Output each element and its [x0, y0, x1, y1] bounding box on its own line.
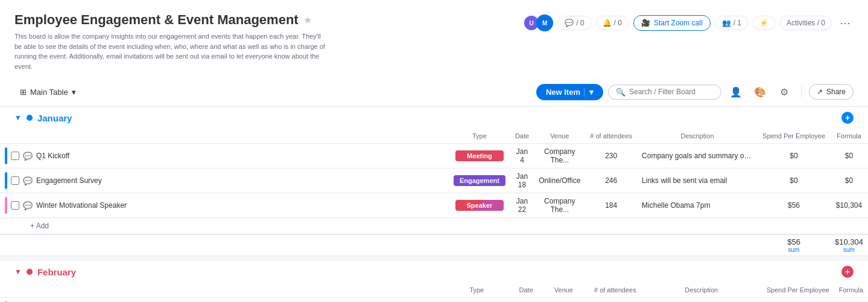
attendees-cell[interactable]: 250 — [589, 298, 641, 303]
avatar-user2[interactable]: M — [536, 14, 553, 31]
formula-cell[interactable]: $0 — [830, 169, 868, 193]
header-actions: U M 💬 / 0 🔔 / 0 🎥 Start Zoom call 👥 / 1 … — [523, 14, 854, 31]
formula-cell[interactable]: $0 — [834, 298, 868, 303]
comment-icon: 💬 — [565, 19, 574, 27]
app-container: Employee Engagement & Event Management ★… — [0, 0, 868, 302]
spend-cell[interactable]: $0 — [762, 298, 834, 303]
new-item-button[interactable]: New Item ▾ — [536, 84, 603, 100]
row-bar — [5, 197, 7, 214]
venue-cell[interactable]: Company The... — [534, 193, 585, 218]
group-add-february[interactable]: + — [841, 266, 854, 278]
people-count: / 1 — [733, 19, 741, 27]
comment-icon[interactable]: 💬 — [23, 176, 33, 185]
zoom-label: Start Zoom call — [654, 19, 703, 27]
people-counter[interactable]: 👥 / 1 — [715, 16, 748, 30]
add-row-january[interactable]: + Add — [0, 218, 868, 235]
row-checkbox[interactable] — [11, 201, 19, 210]
zoom-icon: 🎥 — [641, 19, 650, 27]
automations-icon: ⚡ — [759, 19, 768, 27]
venue-cell[interactable]: Online/Office — [534, 169, 585, 193]
row-name-cell: 💬 Engagement Survey — [0, 169, 449, 193]
automations-counter[interactable]: ⚡ — [753, 16, 775, 30]
type-cell: Engagement — [449, 169, 510, 193]
type-tag[interactable]: Speaker — [455, 200, 504, 211]
add-item-cell[interactable]: + Add — [0, 218, 868, 235]
chevron-down-icon: ▾ — [72, 88, 76, 97]
name-cell-wrapper: 💬 Q1 Kickoff — [5, 147, 444, 164]
name-cell-wrapper: 💬 Engagement Survey — [5, 172, 444, 189]
row-checkbox[interactable] — [11, 176, 19, 185]
share-label: Share — [826, 88, 846, 96]
row-name[interactable]: Winter Motivational Speaker — [36, 201, 127, 210]
person-filter-button[interactable]: 👤 — [726, 82, 746, 101]
comment-icon[interactable]: 💬 — [23, 201, 33, 210]
row-name[interactable]: Q1 Kickoff — [36, 152, 69, 160]
attendees-cell[interactable]: 246 — [585, 169, 637, 193]
date-cell[interactable]: Jan 4 — [510, 144, 534, 169]
avatar-group: U M — [523, 14, 553, 31]
table-january: Type Date Venue # of attendees Descripti… — [0, 129, 868, 256]
attendees-cell[interactable]: 230 — [585, 144, 637, 169]
toolbar-right: New Item ▾ 🔍 👤 🎨 ⚙ ↗ Share — [536, 82, 854, 101]
row-checkbox[interactable] — [11, 152, 19, 160]
comment-counter[interactable]: 💬 / 0 — [558, 16, 591, 30]
col-date-feb: Date — [515, 283, 538, 298]
update-count: / 0 — [614, 19, 622, 27]
row-bar — [5, 172, 7, 189]
sum-empty — [0, 234, 758, 256]
venue-cell[interactable]: Company The... — [534, 144, 585, 169]
col-attendees-feb: # of attendees — [589, 283, 641, 298]
sum-spend-value: $56 — [762, 237, 825, 246]
search-icon: 🔍 — [616, 88, 626, 97]
activities-counter[interactable]: Activities / 0 — [780, 16, 832, 30]
comment-icon[interactable]: 💬 — [23, 152, 33, 161]
group-dot-february — [27, 269, 33, 275]
col-spend-feb: Spend Per Employee — [762, 283, 834, 298]
search-input[interactable] — [629, 88, 714, 96]
date-cell[interactable]: Jan 18 — [510, 169, 534, 193]
col-attendees-jan: # of attendees — [585, 129, 637, 144]
col-formula-feb: Formula — [834, 283, 868, 298]
type-tag[interactable]: Meeting — [455, 150, 504, 161]
theme-button[interactable]: 🎨 — [750, 82, 770, 101]
table-header-january: Type Date Venue # of attendees Descripti… — [0, 129, 868, 144]
spend-cell[interactable]: $56 — [758, 193, 830, 218]
spend-cell[interactable]: $0 — [758, 144, 830, 169]
group-title-january[interactable]: January — [37, 113, 72, 123]
type-cell: Speaker — [449, 193, 510, 218]
col-name-feb — [0, 283, 439, 298]
type-tag[interactable]: Engagement — [454, 175, 505, 186]
collapse-icon-january[interactable]: ▼ — [14, 114, 22, 122]
formula-cell[interactable]: $0 — [830, 144, 868, 169]
more-options-button[interactable]: ⋯ — [837, 14, 854, 31]
spend-cell[interactable]: $0 — [758, 169, 830, 193]
sum-formula-value: $10,304 — [835, 237, 863, 246]
people-icon: 👥 — [722, 19, 731, 27]
venue-cell[interactable]: Online/Office — [538, 298, 589, 303]
update-counter[interactable]: 🔔 / 0 — [596, 16, 629, 30]
zoom-call-button[interactable]: 🎥 Start Zoom call — [633, 15, 711, 31]
col-formula-jan: Formula — [830, 129, 868, 144]
col-type-jan: Type — [449, 129, 510, 144]
formula-cell[interactable]: $10,304 — [830, 193, 868, 218]
collapse-icon-february[interactable]: ▼ — [14, 268, 22, 276]
row-name[interactable]: Engagement Survey — [36, 176, 102, 185]
board-title: Employee Engagement & Event Management — [14, 12, 299, 28]
date-cell[interactable]: Jan 22 — [510, 193, 534, 218]
group-february-header: ▼ February + — [0, 261, 868, 283]
table-february: Type Date Venue # of attendees Descripti… — [0, 283, 868, 302]
search-box[interactable]: 🔍 — [608, 85, 721, 100]
star-icon[interactable]: ★ — [303, 14, 312, 26]
group-title-february[interactable]: February — [37, 267, 76, 277]
table-row: 💬 Winter Motivational Speaker Speaker Ja… — [0, 193, 868, 218]
type-cell: Meeting — [449, 144, 510, 169]
filter-button[interactable]: ⚙ — [775, 82, 794, 101]
main-table-button[interactable]: ⊞ Main Table ▾ — [14, 85, 81, 100]
share-button[interactable]: ↗ Share — [809, 84, 854, 100]
new-item-dropdown-arrow[interactable]: ▾ — [584, 88, 594, 97]
group-add-january[interactable]: + — [841, 112, 854, 124]
attendees-cell[interactable]: 184 — [585, 193, 637, 218]
date-cell[interactable]: Feb 4 — [515, 298, 538, 303]
col-description-jan: Description — [637, 129, 758, 144]
col-name — [0, 129, 449, 144]
